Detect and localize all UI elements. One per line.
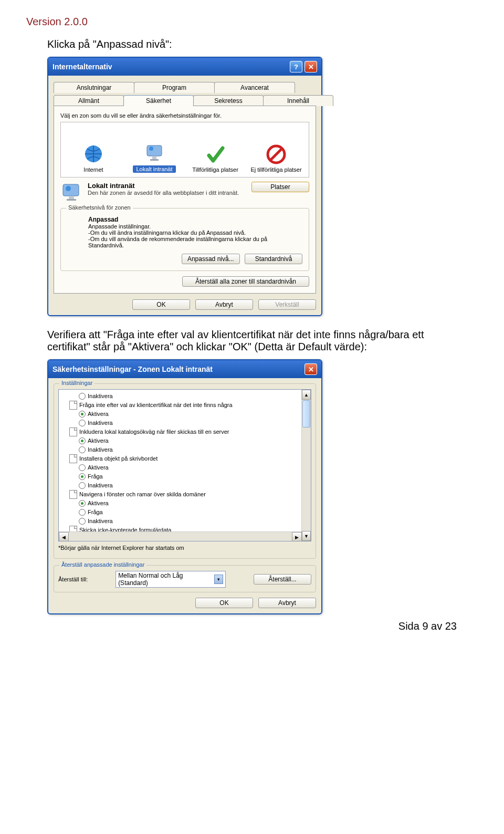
tree-radio-option[interactable]: Inaktivera [60,517,310,526]
zone-trusted[interactable]: Tillförlitliga platser [186,142,245,175]
reset-groupbox: Återställ anpassade inställningar Återst… [54,565,316,592]
tree-radio-option[interactable]: Aktivera [60,410,310,419]
chevron-down-icon[interactable]: ▾ [214,575,223,584]
tree-item-label: Aktivera [88,410,109,419]
page-footer: Sida 9 av 23 [398,620,457,632]
svg-point-4 [149,147,153,151]
intranet-big-icon [60,182,82,204]
tree-node: Installera objekt på skrivbordet [60,454,310,463]
zone-prompt-text: Välj en zon som du vill se eller ändra s… [60,112,309,119]
monitor-icon [144,142,165,163]
scroll-right-icon[interactable]: ▶ [292,532,302,541]
checkmark-icon [205,144,226,165]
tree-radio-option[interactable]: Inaktivera [60,481,310,490]
level-title: Anpassad [88,216,302,223]
places-button[interactable]: Platser [251,182,309,192]
tab-avancerat[interactable]: Avancerat [214,82,295,93]
security-level-legend: Säkerhetsnivå för zonen [66,204,133,211]
zone-picker: Internet Lokalt intranät Tillförlitliga … [60,122,309,178]
cancel-button[interactable]: Avbryt [195,299,253,310]
svg-rect-8 [69,196,74,199]
security-cancel-button[interactable]: Avbryt [258,598,316,608]
instruction-2: Verifiera att "Fråga inte efter val av k… [47,329,457,353]
no-entry-icon [266,144,287,165]
tab-sekretess[interactable]: Sekretess [193,95,264,106]
globe-icon [83,143,104,164]
tree-radio-option[interactable]: Aktivera [60,436,310,445]
zone-internet[interactable]: Internet [64,141,123,175]
tree-item-label: Inkludera lokal katalogsökväg när filer … [79,428,229,436]
tree-radio-option[interactable]: Aktivera [60,463,310,472]
tree-radio-option[interactable]: Inaktivera [60,419,310,428]
tree-radio-option[interactable]: Inaktivera [60,445,310,454]
close-icon[interactable]: ✕ [304,61,317,72]
page-icon [69,454,77,463]
tree-item-label: Installera objekt på skrivbordet [79,454,158,463]
settings-tree[interactable]: InaktiveraFråga inte efter val av klient… [58,389,311,541]
close-icon[interactable]: ✕ [304,363,317,375]
help-icon[interactable]: ? [290,61,302,72]
reset-to-label: Återställ till: [58,576,88,582]
settings-groupbox: Inställningar InaktiveraFråga inte efter… [54,383,316,559]
reset-all-zones-button[interactable]: Återställ alla zoner till standardnivån [182,276,309,287]
zone-restricted[interactable]: Ej tillförlitliga platser [247,142,306,175]
tab-sakerhet[interactable]: Säkerhet [123,95,194,106]
dialog-titlebar: Internetalternativ ? ✕ [48,58,321,76]
tree-radio-option[interactable]: Fråga [60,508,310,517]
svg-rect-3 [150,159,159,161]
radio-icon[interactable] [79,437,86,444]
tree-radio-option[interactable]: Aktivera [60,499,310,508]
ok-button[interactable]: OK [132,299,190,310]
radio-icon[interactable] [79,509,86,516]
svg-rect-7 [63,184,79,196]
security-level-groupbox: Säkerhetsnivå för zonen Anpassad Anpassa… [60,208,309,271]
dialog-title-text: Internetalternativ [52,62,112,71]
zone-label-intranet: Lokalt intranät [133,165,175,173]
radio-icon[interactable] [79,473,86,480]
scroll-left-icon[interactable]: ◀ [59,532,69,541]
tree-item-label: Fråga [88,472,103,481]
tab-allmant[interactable]: Allmänt [54,95,124,106]
radio-icon[interactable] [79,411,86,418]
scroll-thumb[interactable] [302,400,310,428]
horizontal-scrollbar[interactable]: ◀ ▶ [59,531,302,541]
zone-label-trusted: Tillförlitliga platser [192,167,238,173]
zone-intranet[interactable]: Lokalt intranät [125,140,184,175]
tree-radio-option[interactable]: Inaktivera [60,392,310,401]
tree-radio-option[interactable]: Fråga [60,472,310,481]
reset-to-combo[interactable]: Mellan Normal och Låg (Standard) ▾ [116,571,226,588]
tab-innehall[interactable]: Innehåll [263,95,333,106]
radio-icon[interactable] [79,446,86,453]
radio-icon[interactable] [79,518,86,525]
reset-to-value: Mellan Normal och Låg (Standard) [118,572,214,587]
tree-node: Fråga inte efter val av klientcertifikat… [60,401,310,410]
scroll-up-icon[interactable]: ▲ [302,390,311,400]
custom-level-button[interactable]: Anpassad nivå... [182,254,240,264]
restart-note: *Börjar gälla när Internet Explorer har … [58,545,311,551]
radio-icon[interactable] [79,420,86,426]
vertical-scrollbar[interactable]: ▲ ▼ [301,390,311,541]
security-ok-button[interactable]: OK [195,598,253,608]
tree-item-label: Inaktivera [88,445,113,454]
tab-anslutningar[interactable]: Anslutningar [54,82,134,93]
reset-legend: Återställ anpassade inställningar [59,561,146,568]
tree-item-label: Inaktivera [88,419,113,428]
svg-point-10 [66,186,71,191]
tree-item-label: Fråga [88,508,103,517]
tab-program[interactable]: Program [134,82,215,93]
tree-item-label: Aktivera [88,436,109,445]
internet-options-dialog: Internetalternativ ? ✕ Anslutningar Prog… [47,57,322,316]
page-icon [69,401,77,410]
security-dialog-title-text: Säkerhetsinställningar - Zonen Lokalt in… [52,365,213,373]
standard-level-button[interactable]: Standardnivå [245,254,302,264]
tab-panel-security: Välj en zon som du vill se eller ändra s… [54,106,316,294]
radio-icon[interactable] [79,464,86,471]
radio-icon[interactable] [79,393,86,400]
apply-button: Verkställ [258,299,316,310]
page-icon [69,428,77,436]
radio-icon[interactable] [79,482,86,489]
reset-button[interactable]: Återställ... [254,574,311,585]
radio-icon[interactable] [79,500,86,507]
level-line-3: -Om du vill använda de rekommenderade in… [88,236,302,248]
svg-rect-9 [67,199,76,201]
